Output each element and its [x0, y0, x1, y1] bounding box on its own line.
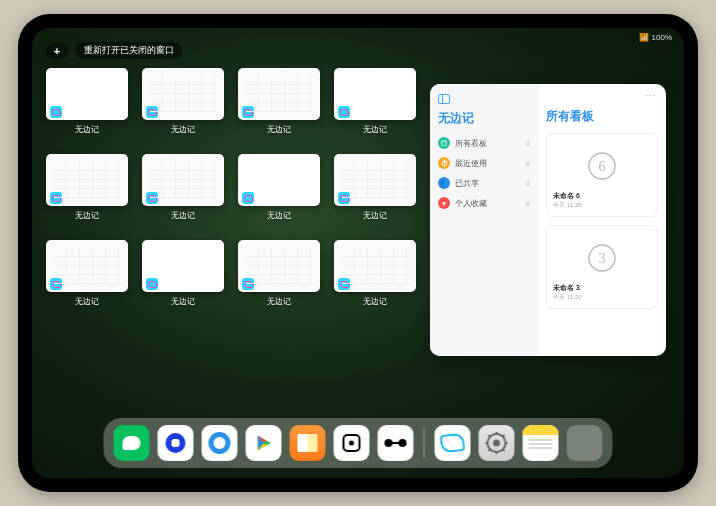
app-window[interactable]: 无边记 — [46, 240, 128, 310]
app-folder-icon[interactable] — [567, 425, 603, 461]
sidebar-item-count: 0 — [526, 179, 530, 188]
sidebar-item-label: 个人收藏 — [455, 198, 487, 209]
svg-line-17 — [489, 449, 491, 451]
restore-closed-window-button[interactable]: 重新打开已关闭的窗口 — [76, 42, 182, 59]
sidebar-item-label: 已共享 — [455, 178, 479, 189]
sidebar-item-label: 最近使用 — [455, 158, 487, 169]
screen: 📶 100% + 重新打开已关闭的窗口 无边记无边记无边记无边记无边记无边记无边… — [32, 28, 684, 478]
freeform-badge-icon — [242, 106, 254, 118]
app-window[interactable]: 无边记 — [46, 68, 128, 138]
freeform-badge-icon — [338, 278, 350, 290]
freeform-badge-icon — [50, 192, 62, 204]
board-cards: 6未命名 6今天 11:253未命名 3今天 11:20 — [546, 133, 658, 309]
content-title: 所有看板 — [546, 108, 658, 125]
app-window[interactable]: 无边记 — [142, 154, 224, 224]
books-icon[interactable] — [290, 425, 326, 461]
app-window[interactable]: 无边记 — [142, 240, 224, 310]
settings-icon[interactable] — [479, 425, 515, 461]
more-icon[interactable]: ⋯ — [645, 90, 656, 101]
freeform-badge-icon — [146, 192, 158, 204]
app-window[interactable]: 无边记 — [334, 68, 416, 138]
window-thumb — [142, 68, 224, 120]
window-thumb — [46, 240, 128, 292]
sidebar-item[interactable]: ♥个人收藏0 — [438, 193, 530, 213]
dice-icon[interactable] — [334, 425, 370, 461]
app-window[interactable]: 无边记 — [46, 154, 128, 224]
board-thumb: 6 — [553, 140, 651, 191]
freeform-badge-icon — [242, 278, 254, 290]
sidebar-toggle-icon[interactable] — [438, 94, 450, 104]
window-thumb — [238, 240, 320, 292]
sidebar-list: ◻所有看板0⏱最近使用0👥已共享0♥个人收藏0 — [438, 133, 530, 213]
sidebar-item-icon: ♥ — [438, 197, 450, 209]
notes-icon[interactable] — [523, 425, 559, 461]
board-title: 未命名 6 — [553, 191, 580, 201]
svg-line-16 — [503, 435, 505, 437]
svg-point-9 — [493, 440, 500, 447]
sidebar-item-icon: ◻ — [438, 137, 450, 149]
board-card[interactable]: 3未命名 3今天 11:20 — [546, 225, 658, 309]
board-thumb: 3 — [553, 232, 651, 283]
wechat-icon[interactable] — [114, 425, 150, 461]
dock — [104, 418, 613, 468]
window-label: 无边记 — [363, 124, 387, 135]
status-right: 📶 100% — [639, 33, 672, 42]
hd-browser-icon[interactable] — [158, 425, 194, 461]
sidebar-item-icon: 👥 — [438, 177, 450, 189]
window-label: 无边记 — [363, 210, 387, 221]
sidebar-item[interactable]: ◻所有看板0 — [438, 133, 530, 153]
sidebar-item-count: 0 — [526, 139, 530, 148]
window-thumb — [334, 68, 416, 120]
freeform-badge-icon — [242, 192, 254, 204]
window-thumb — [238, 68, 320, 120]
freeform-icon[interactable] — [435, 425, 471, 461]
window-thumb — [142, 154, 224, 206]
freeform-panel[interactable]: 无边记 ◻所有看板0⏱最近使用0👥已共享0♥个人收藏0 ⋯ 所有看板 6未命名 … — [430, 84, 666, 356]
app-window[interactable]: 无边记 — [238, 154, 320, 224]
board-subtitle: 今天 11:20 — [553, 293, 582, 302]
svg-text:6: 6 — [599, 159, 606, 174]
app-window[interactable]: 无边记 — [334, 154, 416, 224]
freeform-sidebar: 无边记 ◻所有看板0⏱最近使用0👥已共享0♥个人收藏0 — [430, 84, 538, 356]
play-icon[interactable] — [246, 425, 282, 461]
board-subtitle: 今天 11:25 — [553, 201, 582, 210]
freeform-badge-icon — [146, 106, 158, 118]
window-label: 无边记 — [75, 296, 99, 307]
window-thumb — [334, 240, 416, 292]
connect-icon[interactable] — [378, 425, 414, 461]
board-card[interactable]: 6未命名 6今天 11:25 — [546, 133, 658, 217]
app-window[interactable]: 无边记 — [334, 240, 416, 310]
board-title: 未命名 3 — [553, 283, 580, 293]
ipad-frame: 📶 100% + 重新打开已关闭的窗口 无边记无边记无边记无边记无边记无边记无边… — [18, 14, 698, 492]
qq-browser-icon[interactable] — [202, 425, 238, 461]
window-thumb — [142, 240, 224, 292]
svg-text:3: 3 — [599, 251, 606, 266]
freeform-badge-icon — [50, 106, 62, 118]
window-label: 无边记 — [75, 124, 99, 135]
app-window[interactable]: 无边记 — [142, 68, 224, 138]
window-thumb — [46, 154, 128, 206]
window-label: 无边记 — [363, 296, 387, 307]
sidebar-title: 无边记 — [438, 110, 530, 127]
sidebar-item-label: 所有看板 — [455, 138, 487, 149]
window-label: 无边记 — [171, 210, 195, 221]
freeform-badge-icon — [146, 278, 158, 290]
app-window[interactable]: 无边记 — [238, 240, 320, 310]
window-label: 无边记 — [171, 124, 195, 135]
window-thumb — [238, 154, 320, 206]
wifi-icon: 📶 — [639, 33, 649, 42]
svg-line-14 — [489, 435, 491, 437]
window-label: 无边记 — [267, 124, 291, 135]
window-label: 无边记 — [171, 296, 195, 307]
svg-line-15 — [503, 449, 505, 451]
app-window[interactable]: 无边记 — [238, 68, 320, 138]
new-window-button[interactable]: + — [46, 43, 68, 59]
battery-label: 100% — [652, 33, 672, 42]
sidebar-item[interactable]: 👥已共享0 — [438, 173, 530, 193]
window-label: 无边记 — [267, 296, 291, 307]
dock-separator — [424, 428, 425, 458]
freeform-badge-icon — [338, 192, 350, 204]
sidebar-item-count: 0 — [526, 159, 530, 168]
sidebar-item[interactable]: ⏱最近使用0 — [438, 153, 530, 173]
top-bar: + 重新打开已关闭的窗口 — [46, 42, 182, 59]
